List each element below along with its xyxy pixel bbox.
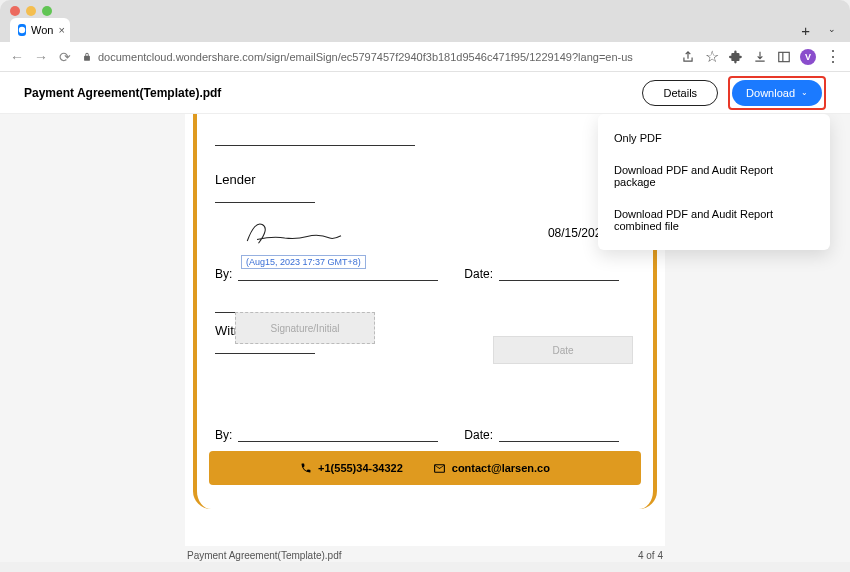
maximize-window-icon[interactable] bbox=[42, 6, 52, 16]
dropdown-item-package[interactable]: Download PDF and Audit Report package bbox=[598, 154, 830, 198]
header-actions: Details Download ⌄ bbox=[642, 76, 826, 110]
bookmark-icon[interactable]: ☆ bbox=[704, 49, 719, 64]
page-container: Lender (Aug15, 2023 17:37 GMT+8) By: Dat… bbox=[185, 114, 665, 546]
date-line bbox=[499, 441, 619, 442]
dropdown-item-only-pdf[interactable]: Only PDF bbox=[598, 122, 830, 154]
date-label: Date: bbox=[464, 267, 493, 281]
favicon-icon bbox=[18, 24, 26, 36]
back-button[interactable]: ← bbox=[10, 49, 24, 65]
forward-button[interactable]: → bbox=[34, 49, 48, 65]
by-label: By: bbox=[215, 267, 232, 281]
close-tab-icon[interactable]: × bbox=[58, 24, 64, 36]
download-dropdown: Only PDF Download PDF and Audit Report p… bbox=[598, 114, 830, 250]
signature-icon bbox=[241, 217, 351, 247]
app-header: Payment Agreement(Template).pdf Details … bbox=[0, 72, 850, 114]
new-tab-button[interactable]: + bbox=[801, 22, 810, 39]
phone-text: +1(555)34-34322 bbox=[318, 462, 403, 474]
lender-label: Lender bbox=[215, 172, 635, 187]
signature-placeholder-label: Signature/Initial bbox=[271, 323, 340, 334]
lock-icon bbox=[82, 52, 92, 62]
svg-rect-1 bbox=[778, 52, 789, 61]
share-icon[interactable] bbox=[680, 49, 695, 64]
signature-timestamp: (Aug15, 2023 17:37 GMT+8) bbox=[241, 255, 366, 269]
page: Lender (Aug15, 2023 17:37 GMT+8) By: Dat… bbox=[193, 114, 657, 509]
url-text: documentcloud.wondershare.com/sign/email… bbox=[98, 51, 633, 63]
window-titlebar bbox=[0, 0, 850, 22]
download-highlight: Download ⌄ bbox=[728, 76, 826, 110]
details-button[interactable]: Details bbox=[642, 80, 718, 106]
date-label: Date: bbox=[464, 428, 493, 442]
blank-line bbox=[215, 202, 315, 203]
blank-line bbox=[215, 353, 315, 354]
url-field[interactable]: documentcloud.wondershare.com/sign/email… bbox=[82, 51, 670, 63]
date-placeholder-label: Date bbox=[552, 345, 573, 356]
pager-page-indicator: 4 of 4 bbox=[638, 550, 663, 561]
by-line bbox=[238, 441, 438, 442]
browser-tab[interactable]: Won × bbox=[10, 18, 70, 42]
tabs-menu-icon[interactable]: ⌄ bbox=[828, 24, 836, 34]
address-bar: ← → ⟳ documentcloud.wondershare.com/sign… bbox=[0, 42, 850, 72]
download-button[interactable]: Download ⌄ bbox=[732, 80, 822, 106]
tab-strip: Won × + ⌄ bbox=[0, 22, 850, 42]
pager: Payment Agreement(Template).pdf 4 of 4 bbox=[185, 550, 665, 561]
blank-line bbox=[215, 132, 415, 146]
email-text: contact@larsen.co bbox=[452, 462, 550, 474]
reload-button[interactable]: ⟳ bbox=[58, 49, 72, 65]
signature-placeholder[interactable]: Signature/Initial bbox=[235, 312, 375, 344]
download-button-label: Download bbox=[746, 87, 795, 99]
date-line bbox=[499, 280, 619, 281]
browser-chrome: Won × + ⌄ ← → ⟳ documentcloud.wondershar… bbox=[0, 0, 850, 72]
browser-toolbar: ☆ V ⋮ bbox=[680, 49, 840, 65]
date-placeholder[interactable]: Date bbox=[493, 336, 633, 364]
dropdown-item-combined[interactable]: Download PDF and Audit Report combined f… bbox=[598, 198, 830, 242]
chevron-down-icon: ⌄ bbox=[801, 88, 808, 97]
document-title: Payment Agreement(Template).pdf bbox=[24, 86, 221, 100]
pager-filename: Payment Agreement(Template).pdf bbox=[187, 550, 342, 561]
mail-icon bbox=[433, 462, 446, 475]
minimize-window-icon[interactable] bbox=[26, 6, 36, 16]
close-window-icon[interactable] bbox=[10, 6, 20, 16]
footer-phone: +1(555)34-34322 bbox=[300, 462, 403, 474]
download-icon[interactable] bbox=[752, 49, 767, 64]
document-viewer[interactable]: Only PDF Download PDF and Audit Report p… bbox=[0, 114, 850, 562]
profile-avatar[interactable]: V bbox=[800, 49, 816, 65]
phone-icon bbox=[300, 462, 312, 474]
by-label: By: bbox=[215, 428, 232, 442]
footer-email: contact@larsen.co bbox=[433, 462, 550, 475]
by-line bbox=[238, 280, 438, 281]
document-footer: +1(555)34-34322 contact@larsen.co bbox=[209, 451, 641, 485]
kebab-menu-icon[interactable]: ⋮ bbox=[825, 49, 840, 64]
tab-title: Won bbox=[31, 24, 53, 36]
extensions-icon[interactable] bbox=[728, 49, 743, 64]
panel-icon[interactable] bbox=[776, 49, 791, 64]
svg-point-0 bbox=[19, 27, 25, 33]
